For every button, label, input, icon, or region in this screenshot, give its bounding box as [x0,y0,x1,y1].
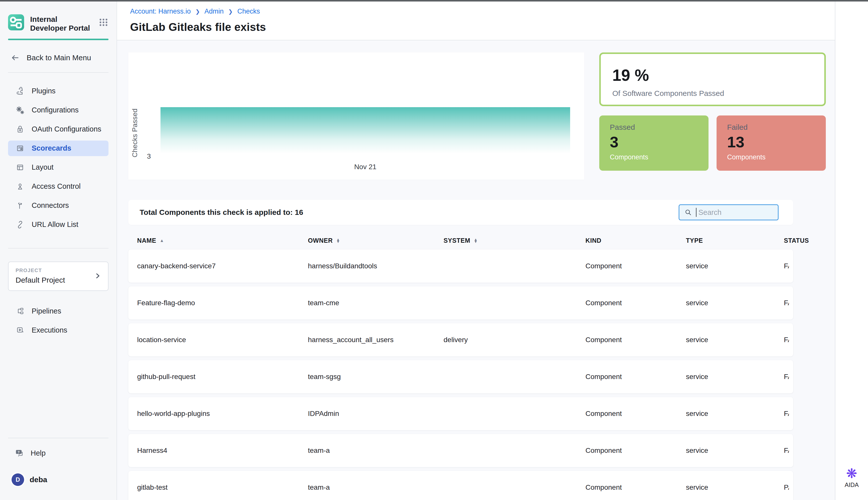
cell-name: hello-world-app-plugins [137,410,308,418]
sidebar-item-layout[interactable]: Layout [8,160,109,175]
sidebar: Internal Developer Portal Back to Main M… [0,0,117,500]
app-window: Internal Developer Portal Back to Main M… [0,0,868,500]
search-box[interactable] [679,204,779,220]
cell-system: delivery [444,336,586,344]
gears-icon [15,106,25,115]
sidebar-divider [8,72,109,73]
connector-icon [15,201,25,210]
sidebar-item-connectors[interactable]: Connectors [8,198,109,213]
cell-owner: team-sgsg [308,373,444,381]
table-row[interactable]: location-service harness_account_all_use… [128,323,793,356]
sidebar-item-label: Scorecards [32,144,71,152]
column-header-owner[interactable]: OWNER▲▼ [308,237,444,244]
cell-name: github-pull-request [137,373,308,381]
table-row[interactable]: gitlab-test team-a Component service PAS… [128,471,793,500]
sidebar-item-access-control[interactable]: Access Control [8,179,109,194]
table-row[interactable]: Harness4 team-a Component service FAIL [128,434,793,467]
sidebar-item-plugins[interactable]: Plugins [8,83,109,99]
cell-name: location-service [137,336,308,344]
breadcrumb-admin[interactable]: Admin [204,8,224,15]
cell-status: FAIL [784,262,789,270]
help-label: Help [31,449,46,457]
passed-label: Passed [610,123,709,132]
sidebar-item-executions[interactable]: Executions [8,322,109,338]
window-top-edge [0,0,868,1]
table-row[interactable]: Feature-flag-demo team-cme Component ser… [128,286,793,319]
cell-status: FAIL [784,373,789,381]
cell-status: FAIL [784,299,789,307]
table-row[interactable]: github-pull-request team-sgsg Component … [128,360,793,393]
sidebar-item-scorecards[interactable]: Scorecards [8,140,109,156]
breadcrumb-account[interactable]: Account: Harness.io [130,8,191,15]
table-row[interactable]: hello-world-app-plugins IDPAdmin Compone… [128,397,793,430]
search-icon [684,208,692,217]
lock-icon [15,125,25,134]
cell-kind: Component [586,446,686,455]
sidebar-item-label: Pipelines [32,307,61,315]
search-input[interactable] [699,208,773,217]
cell-owner: team-cme [308,299,444,307]
page-content: Checks Passed 3 Nov 21 19 % Of Software … [117,41,835,500]
cell-type: service [686,299,784,307]
table-body: canary-backend-service7 harness/Buildand… [128,250,793,500]
sort-asc-icon: ▲ [160,238,164,243]
back-to-main-menu[interactable]: Back to Main Menu [8,53,109,63]
app-title: Internal Developer Portal [30,14,90,33]
table-row[interactable]: canary-backend-service7 harness/Buildand… [128,250,793,283]
cell-kind: Component [586,410,686,418]
cell-type: service [686,373,784,381]
help-chat-icon: ? [14,448,24,458]
cell-owner: team-a [308,446,444,455]
app-grid-icon[interactable] [99,14,109,29]
column-header-type: TYPE [686,237,784,244]
puzzle-icon [15,87,25,95]
project-name: Default Project [15,276,65,284]
sort-icon: ▲▼ [474,238,477,243]
cell-owner: harness_account_all_users [308,336,444,344]
sidebar-item-label: Plugins [32,87,56,95]
percent-passed-card: 19 % Of Software Components Passed [599,53,826,106]
sidebar-item-configurations[interactable]: Configurations [8,102,109,118]
failed-value: 13 [727,133,826,151]
cell-type: service [686,262,784,270]
project-selector[interactable]: PROJECT Default Project [8,262,109,291]
chart-y-tick: 3 [147,152,151,160]
chevron-right-icon [93,272,102,280]
sidebar-item-label: Access Control [32,182,81,191]
column-header-system[interactable]: SYSTEM▲▼ [444,237,586,244]
idp-logo [8,14,24,30]
sidebar-divider [8,248,109,249]
page-title: GitLab Gitleaks file exists [130,21,835,33]
chart-y-axis-label: Checks Passed [131,109,139,157]
cell-kind: Component [586,336,686,344]
layout-icon [15,163,25,172]
user-menu[interactable]: D deba [8,474,109,486]
sidebar-item-pipelines[interactable]: Pipelines [8,304,109,319]
help-button[interactable]: ? Help [8,448,109,458]
cell-kind: Component [586,484,686,491]
passed-value: 3 [610,133,709,151]
sidebar-item-label: Layout [32,163,54,171]
cell-kind: Component [586,299,686,307]
cell-type: service [686,336,784,344]
sidebar-item-url-allow-list[interactable]: URL Allow List [8,217,109,232]
right-rail: ❋ AIDA [835,0,868,500]
percent-value: 19 % [612,66,824,84]
cell-name: canary-backend-service7 [137,262,308,270]
cell-type: service [686,484,784,491]
breadcrumb-checks[interactable]: Checks [237,8,260,15]
failed-unit: Components [727,154,826,161]
main-area: Account: Harness.io ❯ Admin ❯ Checks Git… [117,0,835,500]
percent-caption: Of Software Components Passed [612,89,824,98]
column-header-name[interactable]: NAME▲ [137,237,308,244]
aida-flower-icon: ❋ [846,467,857,480]
play-icon [15,326,25,335]
aida-button[interactable]: ❋ AIDA [845,467,859,488]
avatar: D [12,474,24,486]
checks-passed-chart: Checks Passed 3 Nov 21 [128,53,584,180]
sidebar-item-oauth-configurations[interactable]: OAuth Configurations [8,122,109,137]
chevron-right-icon: ❯ [228,8,233,15]
sort-icon: ▲▼ [336,238,340,243]
components-summary-bar: Total Components this check is applied t… [128,200,793,225]
cell-type: service [686,410,784,418]
